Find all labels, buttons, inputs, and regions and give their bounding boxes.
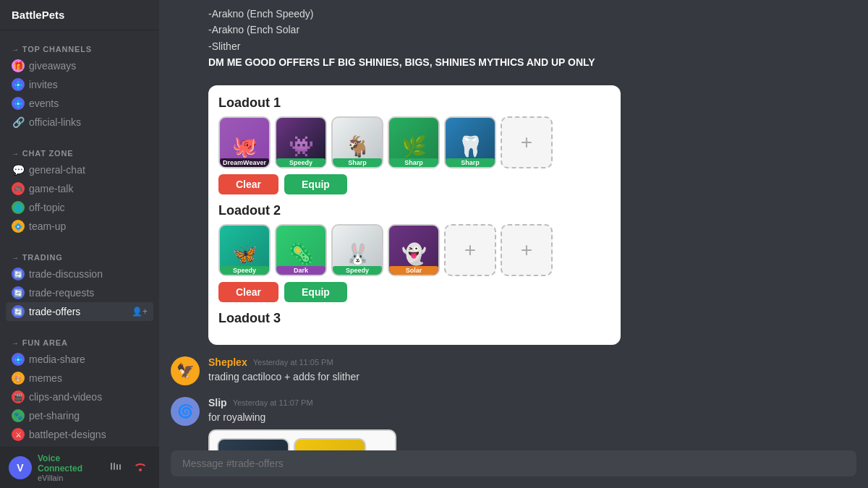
sidebar-item-trade-requests[interactable]: 🔄 trade-requests: [6, 283, 153, 302]
slip-pet-yellow: 😸: [294, 438, 366, 450]
channel-name-off-topic: off-topic: [29, 202, 148, 213]
loadout-1-buttons: Clear Equip: [218, 174, 610, 194]
offtopic-icon: 🌐: [12, 201, 25, 214]
pet-emoji-dark: 🦠: [289, 242, 314, 266]
main-chat: -Arakno (Ench Speedy) -Arakno (Ench Sola…: [159, 0, 868, 488]
channel-name-media-share: media-share: [29, 354, 148, 365]
trade-o-icon: 🔄: [12, 305, 25, 318]
channel-name-pet-sharing: pet-sharing: [29, 410, 148, 421]
channel-name-invites: invites: [29, 79, 148, 90]
loadout-3-title: Loadout 3: [218, 311, 610, 326]
loadout-3-section: Loadout 3: [218, 311, 610, 326]
pet-emoji-sharp-2: 🌿: [401, 134, 427, 158]
sidebar-item-official-links[interactable]: 🔗 official-links: [6, 113, 153, 132]
channel-name-official-links: official-links: [29, 116, 148, 128]
memes-icon: 🎨: [12, 372, 25, 385]
loadout-1-equip-button[interactable]: Equip: [284, 174, 347, 194]
sidebar-item-trade-discussion[interactable]: 🔄 trade-discussion: [6, 265, 153, 283]
sidebar-item-memes[interactable]: 🎨 memes: [6, 369, 153, 388]
sidebar: BattlePets TOP CHANNELS 🎁 giveaways 💠 in…: [0, 0, 159, 488]
sidebar-item-team-up[interactable]: 💠 team-up: [6, 217, 153, 236]
loadout-1-clear-button[interactable]: Clear: [218, 174, 278, 194]
sidebar-item-events[interactable]: 💠 events: [6, 94, 153, 113]
mute-button[interactable]: [106, 458, 126, 478]
pet-slot-speedy-teal: 🦋 Speedy: [218, 224, 271, 276]
add-member-icon[interactable]: 👤+: [132, 307, 148, 317]
sidebar-item-media-share[interactable]: 💠 media-share: [6, 350, 153, 369]
pet-label-speedy-teal: Speedy: [220, 266, 269, 275]
message-text-slip: for royalwing: [208, 410, 856, 425]
media-icon: 💠: [12, 353, 25, 366]
pet-label-solar: Solar: [389, 266, 438, 275]
trade-r-icon: 🔄: [12, 286, 25, 299]
add-slot-1[interactable]: +: [501, 116, 553, 168]
svg-rect-3: [119, 464, 121, 470]
pet-slot-speedy-white: 🐰 Speedy: [331, 224, 383, 276]
clips-icon: 🎬: [12, 390, 25, 403]
pre-text-line-2: -Arakno (Ench Solar: [208, 22, 856, 38]
section-fun-area: FUN AREA 💠 media-share 🎨 memes 🎬 clips-a…: [0, 324, 159, 447]
add-slot-3[interactable]: +: [501, 224, 553, 276]
section-label-fun: FUN AREA: [6, 335, 153, 350]
pet-label-sharp-2: Sharp: [389, 158, 438, 167]
pet-slot-solar: 👻 Solar: [388, 224, 440, 276]
sidebar-item-battlepets-suggesti[interactable]: 🌿 battlepets-suggesti...: [6, 444, 153, 447]
sidebar-item-clips-and-videos[interactable]: 🎬 clips-and-videos: [6, 388, 153, 406]
pet-emoji-dreamweaver: 🐙: [232, 134, 258, 158]
loadout-2-clear-button[interactable]: Clear: [218, 282, 278, 302]
slip-pet-speedy-black: 🦇 Speedy: [217, 438, 289, 450]
pre-text-line-1: -Arakno (Ench Speedy): [208, 6, 856, 22]
channel-name-trade-offers: trade-offers: [29, 306, 127, 317]
channel-name-trade-requests: trade-requests: [29, 287, 148, 299]
disconnect-button[interactable]: [130, 458, 150, 478]
loadout-2-buttons: Clear Equip: [218, 282, 610, 302]
message-sheplex: 🦅 Sheplex Yesterday at 11:05 PM trading …: [171, 356, 856, 385]
pet-label-dark: Dark: [276, 266, 326, 275]
sidebar-item-battlepet-designs[interactable]: ⚔ battlepet-designs: [6, 425, 153, 444]
channel-name-team-up: team-up: [29, 221, 148, 232]
voice-info: Voice Connected eVillain: [38, 453, 100, 482]
chat-input[interactable]: [171, 450, 856, 476]
sidebar-item-trade-offers[interactable]: 🔄 trade-offers 👤+: [6, 302, 153, 321]
channel-list: TOP CHANNELS 🎁 giveaways 💠 invites 💠 eve…: [0, 30, 159, 447]
section-top: TOP CHANNELS 🎁 giveaways 💠 invites 💠 eve…: [0, 30, 159, 134]
channel-name-battlepet-designs: battlepet-designs: [29, 429, 148, 440]
add-slot-2[interactable]: +: [444, 224, 496, 276]
message-slip: 🌀 Slip Yesterday at 11:07 PM for royalwi…: [171, 397, 856, 450]
svg-rect-2: [116, 464, 118, 470]
pet-label-speedy-white: Speedy: [333, 266, 382, 275]
username-slip: Slip: [208, 397, 227, 408]
pet-emoji-solar: 👻: [401, 242, 427, 266]
sidebar-item-giveaways[interactable]: 🎁 giveaways: [6, 56, 153, 75]
pet-label-dreamweaver: DreamWeaver: [220, 158, 269, 167]
loadout-1-title: Loadout 1: [218, 95, 610, 111]
sidebar-item-general-chat[interactable]: 💬 general-chat: [6, 160, 153, 179]
sidebar-item-game-talk[interactable]: 🎮 game-talk: [6, 179, 153, 198]
svg-rect-1: [114, 463, 115, 470]
pet-label-sharp-1: Sharp: [333, 158, 382, 167]
pet-label-speedy-1: Speedy: [276, 158, 326, 167]
teamup-icon: 💠: [12, 220, 25, 233]
pet-emoji-speedy-1: 👾: [289, 134, 314, 158]
sidebar-item-off-topic[interactable]: 🌐 off-topic: [6, 198, 153, 217]
loadout-2-equip-button[interactable]: Equip: [284, 282, 347, 302]
pet-slot-sharp-2: 🌿 Sharp: [388, 116, 440, 168]
loadout-1-slots: 🐙 DreamWeaver 👾 Speedy: [218, 116, 610, 168]
section-label-top: TOP CHANNELS: [6, 42, 153, 56]
server-name[interactable]: BattlePets: [0, 0, 159, 30]
pet-emoji-speedy-teal: 🦋: [232, 242, 258, 266]
chat-icon: 💬: [12, 163, 25, 176]
pet-emoji-sharp-1: 🐐: [345, 134, 370, 158]
timestamp-slip: Yesterday at 11:07 PM: [233, 398, 313, 407]
events-icon: 💠: [12, 97, 25, 110]
channel-name-clips-and-videos: clips-and-videos: [29, 391, 148, 403]
voice-avatar: V: [9, 456, 32, 479]
sidebar-item-pet-sharing[interactable]: 🐾 pet-sharing: [6, 406, 153, 425]
pre-text-block: -Arakno (Ench Speedy) -Arakno (Ench Sola…: [171, 6, 856, 80]
section-label-trading: TRADING: [6, 250, 153, 265]
sidebar-item-invites[interactable]: 💠 invites: [6, 75, 153, 94]
message-header-sheplex: Sheplex Yesterday at 11:05 PM: [208, 356, 856, 368]
pet-slot-dark: 🦠 Dark: [275, 224, 327, 276]
pet-slot-sharp-3: 🦷 Sharp: [444, 116, 496, 168]
section-label-chat: CHAT ZONE: [6, 146, 153, 160]
